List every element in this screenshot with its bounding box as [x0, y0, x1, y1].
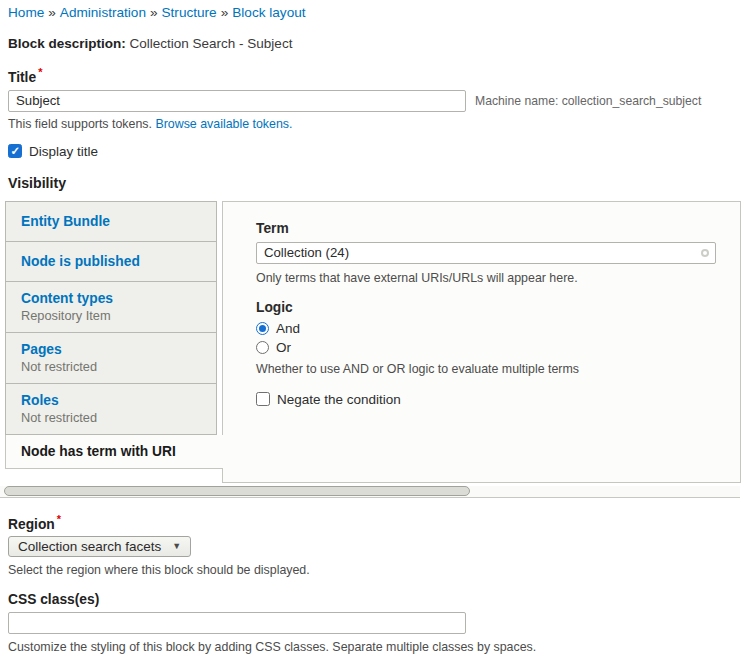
breadcrumb-separator: » — [150, 5, 158, 20]
display-title-checkbox[interactable] — [8, 144, 22, 158]
region-select-value: Collection search facets — [18, 539, 161, 554]
tab-summary: Not restricted — [21, 359, 201, 374]
autocomplete-icon — [701, 249, 709, 257]
vertical-tabs-menu: Entity Bundle Node is published Content … — [5, 201, 222, 483]
title-label: Title* — [8, 66, 737, 85]
horizontal-scrollbar-thumb[interactable] — [4, 486, 470, 496]
region-description: Select the region where this block shoul… — [8, 563, 737, 577]
breadcrumb-link-structure[interactable]: Structure — [162, 5, 217, 20]
breadcrumb-link-administration[interactable]: Administration — [60, 5, 146, 20]
logic-and-label[interactable]: And — [276, 321, 300, 336]
css-classes-label: CSS class(es) — [8, 592, 737, 607]
logic-or-radio[interactable] — [256, 341, 269, 354]
block-description-value: Collection Search - Subject — [130, 36, 293, 51]
visibility-tab-pane: Term Only terms that have external URIs/… — [222, 201, 741, 483]
term-description: Only terms that have external URIs/URLs … — [256, 271, 716, 285]
visibility-vertical-tabs: Entity Bundle Node is published Content … — [5, 201, 741, 483]
visibility-heading: Visibility — [8, 175, 737, 191]
region-label: Region* — [8, 513, 737, 532]
tab-summary: Not restricted — [21, 410, 201, 425]
horizontal-scrollbar-track[interactable] — [0, 486, 740, 498]
block-description-label: Block description: — [8, 36, 126, 51]
required-marker: * — [38, 66, 42, 78]
breadcrumb-separator: » — [221, 5, 229, 20]
negate-condition-checkbox[interactable] — [256, 392, 270, 406]
negate-condition-label[interactable]: Negate the condition — [277, 392, 401, 407]
dropdown-arrow-icon: ▼ — [172, 541, 181, 551]
tab-summary: Repository Item — [21, 308, 201, 323]
css-classes-description: Customize the styling of this block by a… — [8, 640, 737, 654]
title-input[interactable] — [8, 90, 466, 112]
breadcrumb: Home»Administration»Structure»Block layo… — [0, 0, 745, 20]
breadcrumb-link-block-layout[interactable]: Block layout — [232, 5, 305, 20]
logic-and-radio[interactable] — [256, 322, 269, 335]
browse-tokens-link[interactable]: Browse available tokens. — [155, 117, 292, 131]
tab-content-types[interactable]: Content types Repository Item — [5, 282, 217, 333]
block-description: Block description: Collection Search - S… — [8, 36, 737, 51]
term-label: Term — [256, 221, 716, 236]
tab-node-has-term-with-uri[interactable]: Node has term with URI — [5, 435, 223, 469]
tab-pages[interactable]: Pages Not restricted — [5, 333, 217, 384]
required-marker: * — [57, 513, 61, 525]
term-autocomplete-input[interactable] — [256, 242, 716, 264]
css-classes-input[interactable] — [8, 612, 466, 634]
logic-or-label[interactable]: Or — [276, 340, 291, 355]
logic-label: Logic — [256, 300, 716, 315]
title-help: This field supports tokens. Browse avail… — [8, 117, 737, 131]
tab-entity-bundle[interactable]: Entity Bundle — [5, 201, 217, 242]
breadcrumb-link-home[interactable]: Home — [8, 5, 44, 20]
breadcrumb-separator: » — [48, 5, 56, 20]
region-select[interactable]: Collection search facets ▼ — [8, 536, 191, 557]
display-title-label[interactable]: Display title — [29, 144, 98, 159]
logic-description: Whether to use AND or OR logic to evalua… — [256, 362, 716, 376]
tab-roles[interactable]: Roles Not restricted — [5, 384, 217, 435]
tab-node-is-published[interactable]: Node is published — [5, 242, 217, 282]
machine-name: Machine name: collection_search_subject — [475, 94, 701, 108]
